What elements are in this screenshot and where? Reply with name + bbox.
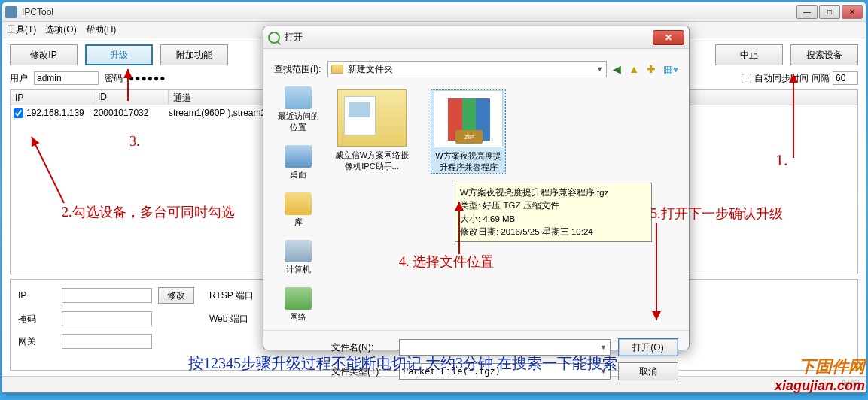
tooltip-line4: 修改日期: 2016/5/25 星期三 10:24 [460,226,647,238]
watermark-line1: 下固件网 [775,356,865,378]
mask-input[interactable] [62,311,152,326]
search-device-button[interactable]: 搜索设备 [790,44,858,65]
tooltip-line2: 类型: 好压 TGZ 压缩文件 [460,199,647,212]
watermark: 下固件网 xiagujian.com [775,356,865,394]
chevron-down-icon: ▼ [596,65,603,73]
places-bar: 最近访问的位置 桌面 库 计算机 网络 [274,86,322,323]
up-icon[interactable]: ▲ [629,63,639,75]
file-label-1: 威立信W方案网络摄像机IPC助手... [334,150,410,172]
web-label: Web 端口 [209,313,262,326]
col-ip[interactable]: IP [11,90,93,105]
abort-button[interactable]: 中止 [715,44,783,65]
row-checkbox[interactable] [14,108,23,118]
file-item-archive[interactable]: ZIP W方案夜视亮度提升程序兼容程序 [431,89,506,174]
cancel-button[interactable]: 取消 [618,362,678,380]
menu-tools[interactable]: 工具(T) [7,23,36,36]
chevron-down-icon: ▼ [600,368,607,375]
file-label-2: W方案夜视亮度提升程序兼容程序 [431,150,505,173]
user-input[interactable] [34,71,99,85]
place-desktop[interactable]: 桌面 [285,145,312,180]
ip-input[interactable] [62,288,152,303]
tooltip-line3: 大小: 4.69 MB [460,213,647,226]
auto-sync-label: 自动同步时间 [754,72,809,85]
mask-label: 掩码 [18,313,56,326]
place-library-label: 库 [294,217,303,228]
filetype-label: 文件类型(T): [331,365,391,378]
library-icon [285,192,312,215]
user-label: 用户 [10,72,28,85]
gateway-label: 网关 [18,335,56,348]
open-button[interactable]: 打开(O) [618,338,678,356]
cell-id: 20001017032 [93,108,169,118]
look-in-value: 新建文件夹 [348,63,393,76]
place-computer[interactable]: 计算机 [285,240,312,275]
dialog-title: 打开 [285,31,653,44]
menu-options[interactable]: 选项(O) [45,23,76,36]
addon-button[interactable]: 附加功能 [160,44,228,65]
modify-button[interactable]: 修改 [158,287,194,304]
interval-input[interactable] [833,71,858,85]
col-id[interactable]: ID [93,90,169,105]
filename-label: 文件名(N): [331,341,391,354]
watermark-line2: xiagujian.com [775,378,865,394]
place-computer-label: 计算机 [286,264,311,275]
file-item-folder[interactable]: 威立信W方案网络摄像机IPC助手... [334,89,410,174]
place-network[interactable]: 网络 [285,287,312,323]
magnifier-icon [268,32,280,44]
ip-label: IP [18,290,56,301]
tooltip-line1: W方案夜视亮度提升程序兼容程序.tgz [460,186,647,199]
folder-icon [331,65,343,74]
rtsp-label: RTSP 端口 [209,289,262,302]
minimize-button[interactable]: — [796,5,818,19]
place-library[interactable]: 库 [285,192,312,228]
computer-icon [285,240,312,262]
folder-thumb-icon [337,89,407,147]
archive-thumb-icon: ZIP [434,90,503,147]
back-icon[interactable]: ◀ [613,63,621,75]
filename-input[interactable]: ▼ [399,339,611,356]
chevron-down-icon: ▼ [600,344,607,351]
filetype-combo[interactable]: Packet File(*.tgz)▼ [399,363,611,380]
recent-icon [285,86,312,109]
gateway-input[interactable] [62,334,152,349]
password-label: 密码 [105,72,123,85]
dialog-close-button[interactable]: ✕ [653,30,684,45]
upgrade-button[interactable]: 升级 [85,44,153,65]
place-recent-label: 最近访问的位置 [274,111,322,133]
place-network-label: 网络 [290,311,306,323]
auto-sync-checkbox[interactable] [742,74,751,83]
password-input[interactable]: ●●●●●● [129,73,189,83]
view-mode-icon[interactable]: ▦▾ [663,63,678,75]
network-icon [285,287,312,310]
filetype-value: Packet File(*.tgz) [403,366,501,377]
desktop-icon [285,145,312,168]
look-in-row: 查找范围(I): 新建文件夹 ▼ ◀ ▲ ✚ ▦▾ [263,49,689,86]
modify-ip-button[interactable]: 修改IP [10,44,78,65]
look-in-label: 查找范围(I): [274,63,321,76]
titlebar: IPCTool — □ ✕ [2,2,866,22]
close-button[interactable]: ✕ [842,5,863,19]
app-icon [5,6,17,18]
new-folder-icon[interactable]: ✚ [647,63,656,75]
cell-ip: 192.168.1.139 [26,108,84,118]
dialog-titlebar: 打开 ✕ [263,26,689,49]
dialog-bottom: 文件名(N): ▼ 打开(O) 文件类型(T): Packet File(*.t… [263,330,689,389]
file-list[interactable]: 威立信W方案网络摄像机IPC助手... ZIP W方案夜视亮度提升程序兼容程序 … [330,86,678,323]
place-desktop-label: 桌面 [290,169,306,180]
place-recent[interactable]: 最近访问的位置 [274,86,322,133]
menu-help[interactable]: 帮助(H) [86,23,117,36]
look-in-combo[interactable]: 新建文件夹 ▼ [327,61,607,77]
interval-label: 间隔 [812,72,830,85]
maximize-button[interactable]: □ [819,5,840,19]
file-tooltip: W方案夜视亮度提升程序兼容程序.tgz 类型: 好压 TGZ 压缩文件 大小: … [455,183,652,242]
window-title: IPCTool [22,7,796,17]
open-dialog: 打开 ✕ 查找范围(I): 新建文件夹 ▼ ◀ ▲ ✚ ▦▾ 最近访问的位置 桌… [263,26,690,350]
